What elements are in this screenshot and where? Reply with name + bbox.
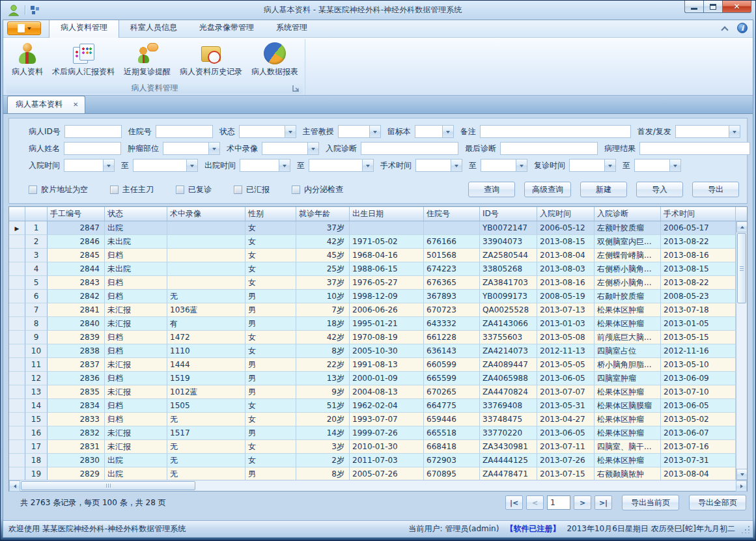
scroll-down-icon[interactable]	[736, 469, 747, 480]
combo-arrow-icon[interactable]	[516, 160, 527, 171]
ribbon-tab-system-mgmt[interactable]: 系统管理	[265, 20, 318, 37]
export-all-pages-button[interactable]: 导出全部页	[689, 495, 746, 510]
filter-input-patient-id[interactable]	[64, 125, 122, 138]
column-header-入院诊断[interactable]: 入院诊断	[595, 207, 661, 221]
scroll-left-icon[interactable]	[9, 480, 20, 492]
next-page-button[interactable]: >	[574, 495, 591, 510]
combo-arrow-icon[interactable]	[208, 143, 219, 154]
filter-checkbox-4[interactable]: 已汇报	[234, 184, 270, 195]
ribbon-button-postop-report[interactable]: 术后病人汇报资料	[48, 40, 119, 79]
filter-combo-discharge-to[interactable]	[309, 159, 374, 172]
table-row[interactable]: 22846未出院女42岁1971-05-02676166339040732013…	[9, 235, 736, 249]
doc-tab-patient-basic-info[interactable]: 病人基本资料 ✕	[7, 96, 85, 113]
import-button[interactable]: 导入	[636, 182, 683, 197]
export-current-page-button[interactable]: 导出当前页	[622, 495, 679, 510]
ribbon-button-revisit-reminder[interactable]: 近期复诊提醒	[119, 40, 175, 79]
table-row[interactable]: 52843归档女37岁1976-05-27676365ZA38417032013…	[9, 276, 736, 290]
horizontal-scroll-track[interactable]	[196, 480, 736, 491]
table-row[interactable]: 92839归档1472女42岁1970-08-19661228337556032…	[9, 331, 736, 344]
combo-arrow-icon[interactable]	[307, 143, 318, 154]
checkbox-icon[interactable]	[176, 186, 184, 194]
first-page-button[interactable]: |<	[505, 495, 523, 510]
vertical-scroll-track[interactable]	[736, 304, 747, 469]
vertical-scroll-thumb[interactable]	[737, 233, 746, 303]
export-button[interactable]: 导出	[692, 182, 739, 197]
filter-input-admission-no[interactable]	[156, 125, 213, 138]
table-row[interactable]: 132835未汇报1012蓝男9岁2004-08-13670265ZA44708…	[9, 385, 736, 399]
checkbox-icon[interactable]	[110, 186, 119, 194]
last-page-button[interactable]: >|	[595, 495, 612, 510]
filter-input-admit-diagnosis[interactable]	[361, 142, 458, 155]
table-row[interactable]: 172831未汇报无女3岁2010-01-30668418ZA343098120…	[9, 440, 736, 454]
vertical-scrollbar[interactable]	[736, 221, 747, 480]
filter-checkbox-3[interactable]: 已复诊	[176, 184, 212, 195]
row-selector-cell[interactable]	[9, 276, 25, 290]
row-selector-cell[interactable]: ▶	[9, 221, 25, 235]
advanced-query-button[interactable]: 高级查询	[524, 182, 571, 197]
column-header-ID号[interactable]: ID号	[480, 207, 537, 221]
table-row[interactable]: 122836归档1519男13岁2000-01-09665599ZA406598…	[9, 372, 736, 385]
filter-combo-specimen[interactable]	[415, 125, 454, 138]
combo-arrow-icon[interactable]	[103, 160, 114, 171]
checkbox-icon[interactable]	[29, 186, 37, 194]
filter-input-patient-name[interactable]	[64, 142, 121, 155]
app-menu-button[interactable]	[7, 21, 41, 35]
ribbon-button-data-report[interactable]: 病人数据报表	[247, 40, 303, 79]
table-row[interactable]: 32845归档女45岁1968-04-16501568ZA25805442013…	[9, 249, 736, 262]
filter-checkbox-1[interactable]: 胶片地址为空	[29, 184, 88, 195]
filter-input-final-diagnosis[interactable]	[500, 142, 598, 155]
column-header-就诊年龄[interactable]: 就诊年龄	[296, 207, 350, 221]
row-selector-cell[interactable]	[9, 372, 25, 385]
close-button[interactable]: ✕	[722, 1, 751, 13]
help-info-icon[interactable]: i	[737, 23, 748, 33]
table-row[interactable]: 102838归档1110女8岁2005-10-30636143ZA4214073…	[9, 344, 736, 358]
filter-checkbox-5[interactable]: 内分泌检查	[292, 184, 343, 195]
filter-input-remark[interactable]	[480, 125, 631, 138]
row-selector-cell[interactable]	[9, 331, 25, 344]
scroll-right-icon[interactable]	[736, 480, 747, 492]
filter-input-pathology-result[interactable]	[639, 142, 750, 155]
row-selector-cell[interactable]	[9, 399, 25, 413]
combo-arrow-icon[interactable]	[362, 160, 373, 171]
row-selector-cell[interactable]	[9, 262, 25, 276]
scroll-up-icon[interactable]	[736, 221, 747, 232]
row-selector-cell[interactable]	[9, 467, 25, 480]
table-row[interactable]: 72841未汇报1036蓝男7岁2006-06-26670723QA002552…	[9, 303, 736, 317]
doc-tab-close-icon[interactable]: ✕	[73, 101, 78, 108]
row-selector-cell[interactable]	[9, 440, 25, 454]
filter-combo-surgery-video[interactable]	[262, 142, 319, 155]
horizontal-scrollbar[interactable]	[9, 480, 747, 491]
table-row[interactable]: 182830出院无女2岁2011-07-03672903ZA4444125201…	[9, 454, 736, 467]
checkbox-icon[interactable]	[234, 186, 242, 194]
horizontal-scroll-thumb[interactable]	[21, 481, 195, 490]
row-selector-cell[interactable]	[9, 290, 25, 303]
minimize-button[interactable]	[684, 1, 703, 13]
checkbox-icon[interactable]	[292, 186, 300, 194]
filter-combo-admit-to[interactable]	[133, 159, 198, 172]
row-selector-cell[interactable]	[9, 413, 25, 426]
combo-arrow-icon[interactable]	[451, 160, 462, 171]
row-selector-cell[interactable]	[9, 249, 25, 262]
row-selector-cell[interactable]	[9, 358, 25, 372]
filter-combo-admit-from[interactable]	[64, 159, 115, 172]
combo-arrow-icon[interactable]	[442, 126, 453, 137]
combo-arrow-icon[interactable]	[604, 160, 615, 171]
table-row[interactable]: 112837未汇报1444男22岁1991-08-13660599ZA40894…	[9, 358, 736, 372]
column-header-手术时间[interactable]: 手术时间	[661, 207, 736, 221]
quick-launch-icon[interactable]	[30, 5, 41, 15]
app-logo-icon[interactable]	[7, 4, 20, 17]
filter-combo-surgery-from[interactable]	[415, 159, 462, 172]
table-row[interactable]: 82840未汇报有男18岁1995-01-21643332ZA414306620…	[9, 317, 736, 331]
ribbon-tab-disc-mgmt[interactable]: 光盘录像带管理	[188, 20, 265, 37]
query-button[interactable]: 查询	[468, 182, 515, 197]
filter-combo-surgery-to[interactable]	[481, 159, 527, 172]
filter-combo-first-recur[interactable]	[675, 125, 740, 138]
column-header-出生日期[interactable]: 出生日期	[350, 207, 424, 221]
ribbon-button-history-record[interactable]: 病人资料历史记录	[175, 40, 247, 79]
column-header-blank[interactable]	[9, 207, 25, 221]
row-selector-cell[interactable]	[9, 235, 25, 249]
filter-combo-status[interactable]	[239, 125, 296, 138]
filter-combo-revisit-from[interactable]	[569, 159, 616, 172]
table-row[interactable]: ▶12847出院女37岁YB00721472006-05-12左额叶胶质瘤200…	[9, 221, 736, 235]
row-selector-cell[interactable]	[9, 385, 25, 399]
